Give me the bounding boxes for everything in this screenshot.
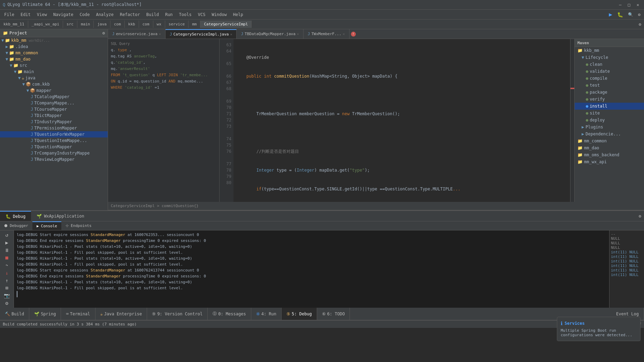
tree-item-kkb-mm[interactable]: ▼ 📁 kkb_mm workDir... [0, 37, 108, 44]
maven-mm-wx[interactable]: 📁 mm_wx_api [575, 158, 644, 165]
menu-navigate[interactable]: Navigate [51, 11, 76, 18]
menu-analyze[interactable]: Analyze [93, 11, 116, 18]
code-content[interactable]: @Override public int commitQuestion(Hash… [233, 39, 570, 202]
tree-item-tpermission[interactable]: J TPermissionMapper [0, 125, 108, 131]
bottom-panel-settings[interactable]: ⚙ [636, 211, 644, 221]
tool-tab-todo[interactable]: ⑥ 6: TODO [317, 308, 350, 320]
tree-item-src[interactable]: ▼ 📁 src [0, 62, 108, 69]
maven-mm-common[interactable]: 📁 mm_common [575, 137, 644, 144]
proj-tab-mm[interactable]: mm [189, 21, 200, 28]
menu-help[interactable]: Help [230, 11, 246, 18]
maven-clean[interactable]: ● clean [575, 61, 644, 68]
settings-debug-button[interactable]: ⚙ [3, 300, 11, 306]
proj-tab-java[interactable]: java [94, 21, 110, 28]
tree-item-tquestion[interactable]: J TQuestionMapper [0, 144, 108, 150]
tree-item-main[interactable]: ▼ 📁 main [0, 69, 108, 75]
tool-tab-debug[interactable]: ⑤ 5: Debug [282, 308, 317, 320]
file-tab-twx[interactable]: J TWxMemberF... ✕ [304, 29, 350, 39]
close-tab-icon[interactable]: ✕ [159, 32, 161, 36]
menu-file[interactable]: File [1, 11, 17, 18]
proj-tab-com[interactable]: com [110, 21, 125, 28]
proj-tab-aapi[interactable]: _aapi_wx_api [28, 21, 63, 28]
menu-run[interactable]: Run [162, 11, 176, 18]
tree-item-tdict[interactable]: J TDictMapper [0, 112, 108, 119]
proj-tab-src[interactable]: src [63, 21, 77, 28]
maven-lifecycle[interactable]: ▼ Lifecycle [575, 54, 644, 61]
tree-item-tquestionforwx[interactable]: J TQuestionForWxMapper [0, 131, 108, 137]
tool-tab-spring[interactable]: 🌱 Spring [29, 308, 61, 320]
bottom-tab-wxapi[interactable]: 🌱 WxApiApplication [31, 211, 90, 221]
close-tab-icon[interactable]: ✕ [343, 32, 345, 36]
resume-button[interactable]: ▶ [3, 239, 11, 246]
tool-tab-terminal[interactable]: ⌨ Terminal [61, 308, 95, 320]
tree-item-java[interactable]: ▼ ☕ java [0, 75, 108, 81]
subtab-console[interactable]: ▶ Console [32, 221, 61, 230]
tree-item-idea[interactable]: ▶ 📁 .idea [0, 44, 108, 50]
tree-item-tquestionitem[interactable]: J TQuestionItemMappe... [0, 137, 108, 144]
pause-button[interactable]: ⏸ [3, 247, 11, 253]
menu-tools[interactable]: Tools [176, 11, 194, 18]
debug-run-button[interactable]: 🐛 [615, 12, 625, 17]
maven-package[interactable]: ● package [575, 89, 644, 96]
tool-tab-javaee[interactable]: ☕ Java Enterprise [95, 308, 147, 320]
step-out-button[interactable]: ↑ [3, 277, 11, 284]
proj-tab-service[interactable]: service [165, 21, 189, 28]
maven-verify[interactable]: ● verify [575, 96, 644, 103]
file-tab-tbdata[interactable]: J TBDataQaMgcMapper.java ✕ [237, 29, 303, 39]
maven-test[interactable]: ● test [575, 82, 644, 89]
minimize-button[interactable]: — [617, 2, 623, 7]
menu-view[interactable]: View [34, 11, 50, 18]
maven-dependencies[interactable]: ▶ Dependencie... [575, 131, 644, 137]
subtab-debugger[interactable]: ⬢ Debugger [0, 221, 32, 230]
tree-item-comkkb[interactable]: ▼ 📦 com.kkb [0, 81, 108, 87]
evaluate-button[interactable]: ⊞ [3, 285, 11, 291]
maven-deploy[interactable]: ● deploy [575, 117, 644, 124]
close-tab-icon[interactable]: ✕ [230, 32, 232, 36]
step-over-button[interactable]: ↷ [3, 262, 11, 269]
maven-install[interactable]: ● install [575, 103, 644, 110]
run-button[interactable]: ▶ [607, 11, 614, 18]
maven-kkb-mm[interactable]: 📁 kkb_mm [575, 47, 644, 54]
tree-item-mapper[interactable]: ▼ 📦 mapper [0, 87, 108, 94]
menu-edit[interactable]: Edit [18, 11, 33, 18]
close-tab-icon[interactable]: ✕ [297, 32, 299, 36]
close-button[interactable]: ✕ [635, 2, 641, 7]
proj-tab-com2[interactable]: com [139, 21, 153, 28]
tool-tab-messages[interactable]: ⓪ 0: Messages [208, 308, 251, 320]
maximize-button[interactable]: □ [626, 2, 632, 7]
proj-tab-category[interactable]: CategoryServiceImpl [200, 21, 252, 28]
sidebar-gear-icon[interactable]: ⚙ [102, 31, 105, 36]
maven-mm-oms[interactable]: 📁 mm_oms_backend [575, 151, 644, 158]
proj-tab-wx[interactable]: wx [153, 21, 165, 28]
maven-compile[interactable]: ● compile [575, 75, 644, 82]
tree-item-tcompany[interactable]: J TCompanyMappe... [0, 100, 108, 106]
maven-mm-dao[interactable]: 📁 mm_dao [575, 144, 644, 151]
settings-icon[interactable]: ⚙ [636, 22, 644, 27]
tool-tab-version-control[interactable]: ⑨ 9: Version Control [147, 308, 208, 320]
file-tab-category[interactable]: J CategoryServiceImpl.java ✕ [166, 29, 237, 39]
maven-site[interactable]: ● site [575, 110, 644, 117]
tool-tab-build[interactable]: 🔨 Build [0, 308, 29, 320]
tree-item-mm-dao[interactable]: ▼ 📁 mm_dao [0, 56, 108, 62]
toolbar-search[interactable]: 🔍 [626, 12, 635, 17]
stop-button[interactable]: ■ [3, 254, 11, 261]
settings-button[interactable]: ⚙ [636, 12, 643, 17]
tree-item-mm-common[interactable]: ▼ 📁 mm_common [0, 50, 108, 56]
code-editor[interactable]: 63 64 65 66 67 68 69 70 71 72 73 74 [220, 39, 574, 202]
proj-tab-main[interactable]: main [77, 21, 94, 28]
tree-item-trcompany[interactable]: J TrCompanyIndustryMappe [0, 150, 108, 156]
restart-button[interactable]: ↺ [3, 232, 11, 238]
step-into-button[interactable]: ↓ [3, 270, 11, 276]
proj-tab-kkb[interactable]: kkb_mm_11 [0, 21, 28, 28]
services-popup[interactable]: ℹ Services Multiple Spring Boot run conf… [557, 317, 641, 341]
bottom-tab-debug[interactable]: 🐛 Debug [0, 211, 31, 221]
tree-item-treview[interactable]: J TReviewLogMapper [0, 156, 108, 163]
tree-item-tcourse[interactable]: J TCourseMapper [0, 106, 108, 112]
subtab-endpoints[interactable]: ⊹ Endpoints [61, 221, 96, 230]
file-tab-enviro[interactable]: J enviroservice.java ✕ [108, 29, 166, 39]
tool-tab-run[interactable]: ④ 4: Run [251, 308, 282, 320]
tree-item-tindustry[interactable]: J TIndustryMapper [0, 119, 108, 125]
menu-code[interactable]: Code [77, 11, 93, 18]
maven-plugins[interactable]: ▶ Plugins [575, 124, 644, 131]
camera-button[interactable]: 📷 [3, 292, 11, 299]
